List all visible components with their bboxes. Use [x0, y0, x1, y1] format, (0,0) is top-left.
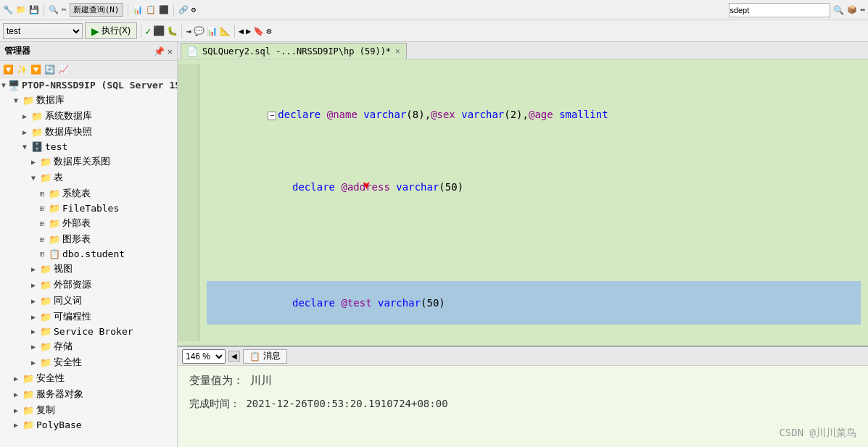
code-line-3	[207, 238, 861, 252]
system-tables-icon: 📁	[49, 188, 60, 199]
debug-icon[interactable]: 🐛	[167, 26, 178, 36]
system-tables-label: 系统表	[62, 187, 91, 200]
sep4	[141, 25, 141, 38]
toolbar-icon-4[interactable]: 🔍	[49, 5, 59, 14]
sidebar-item-programmability[interactable]: ▶ 📁 可编程性	[0, 309, 177, 325]
new-query-btn[interactable]: 新建查询(N)	[70, 3, 123, 17]
align-right-icon[interactable]: ▶	[246, 26, 251, 36]
databases-label: 数据库	[36, 93, 65, 106]
graph-icon[interactable]: 📈	[58, 64, 69, 75]
sidebar-item-tables[interactable]: ▼ 📁 表	[0, 170, 177, 185]
sidebar-item-security[interactable]: ▶ 📁 安全性	[0, 354, 177, 370]
sidebar-item-external-resources[interactable]: ▶ 📁 外部资源	[0, 277, 177, 293]
align-left-icon[interactable]: ◀	[239, 26, 244, 36]
sep2	[128, 4, 128, 17]
filter-icon[interactable]: 🔽	[3, 64, 14, 75]
tab-label: SQLQuery2.sql -...NRSSD9IP\hp (59))*	[202, 46, 391, 57]
sidebar-item-db-snapshot[interactable]: ▶ 📁 数据库快照	[0, 124, 177, 140]
sidebar-item-dbo-student[interactable]: ⊞ 📋 dbo.student	[0, 247, 177, 261]
tab-bar: 📄 SQLQuery2.sql -...NRSSD9IP\hp (59))* ✕	[178, 42, 868, 59]
dbo-student-label: dbo.student	[62, 248, 125, 259]
sidebar: 管理器 📌 ✕ 🔽 ✨ 🔽 🔄 📈 ▼ 🖥️ PTOP-NRSSD9IP (SQ…	[0, 42, 178, 447]
sidebar-item-system-tables[interactable]: ⊞ 📁 系统表	[0, 185, 177, 201]
toolbar-icon-11[interactable]: 📦	[847, 5, 857, 14]
sidebar-item-polybase[interactable]: ▶ 📁 PolyBase	[0, 418, 177, 432]
prog-label: 可编程性	[54, 310, 91, 323]
sidebar-item-synonyms[interactable]: ▶ 📁 同义词	[0, 293, 177, 309]
message-tab[interactable]: 📋 消息	[243, 349, 287, 364]
graph-tables-icon: 📁	[49, 234, 60, 245]
database-select[interactable]: test	[3, 23, 83, 39]
tab-file-icon: 📄	[187, 46, 198, 57]
stop-icon[interactable]: ⬛	[153, 25, 165, 36]
security2-expander: ▶	[12, 375, 20, 383]
sep1	[44, 4, 44, 17]
sidebar-item-graph-tables[interactable]: ⊞ 📁 图形表	[0, 231, 177, 247]
synonyms-icon: 📁	[40, 296, 51, 306]
search-icon[interactable]: 🔍	[833, 5, 844, 15]
code-line-4: declare @test varchar(50)	[207, 281, 861, 325]
editor-area[interactable]: ➤ −declare @name varchar(8),@sex varchar…	[178, 59, 868, 346]
db-snapshot-icon: 📁	[31, 127, 43, 138]
toolbar-icon-3[interactable]: 💾	[29, 5, 39, 14]
filetables-expander: ⊞	[38, 204, 46, 212]
ext-resources-icon: 📁	[40, 280, 51, 291]
polybase-expander: ▶	[12, 421, 20, 429]
funnel-icon[interactable]: 🔽	[30, 64, 41, 75]
toolbar-icon-7[interactable]: 📋	[146, 5, 156, 14]
ext-resources-expander: ▶	[29, 281, 38, 289]
graph-tables-expander: ⊞	[38, 235, 46, 243]
toolbar-icon-12[interactable]: ↔️	[860, 5, 865, 14]
format-icon[interactable]: 📐	[220, 26, 231, 36]
tables-expander: ▼	[29, 174, 38, 182]
prog-icon: 📁	[40, 312, 51, 322]
sidebar-item-databases[interactable]: ▼ 📁 数据库	[0, 92, 177, 108]
settings-icon[interactable]: ⚙️	[266, 26, 271, 36]
comment-icon[interactable]: 💬	[194, 26, 204, 36]
pin-icon[interactable]: 📌	[154, 46, 165, 57]
toolbar-icon-2[interactable]: 📁	[16, 5, 26, 14]
new-icon[interactable]: ✨	[17, 64, 28, 75]
storage-label: 存储	[54, 340, 73, 353]
server-icon: 🖥️	[8, 80, 20, 91]
sidebar-item-system-db[interactable]: ▶ 📁 系统数据库	[0, 108, 177, 124]
sidebar-item-server-objects[interactable]: ▶ 📁 服务器对象	[0, 386, 177, 402]
checkmark-icon[interactable]: ✓	[145, 25, 151, 37]
toolbar-icon-5[interactable]: ✂️	[62, 5, 67, 14]
indent-icon[interactable]: ⇥	[186, 26, 191, 36]
sidebar-item-service-broker[interactable]: ▶ 📁 Service Broker	[0, 325, 177, 338]
sidebar-item-views[interactable]: ▶ 📁 视图	[0, 261, 177, 277]
toolbar-icon-8[interactable]: ⬛	[159, 5, 169, 14]
code-editor[interactable]: −declare @name varchar(8),@sex varchar(2…	[199, 64, 868, 341]
server-item[interactable]: ▼ 🖥️ PTOP-NRSSD9IP (SQL Server 15.0...	[0, 78, 177, 92]
scroll-left-btn[interactable]: ◀	[228, 351, 240, 362]
sidebar-item-external-tables[interactable]: ⊞ 📁 外部表	[0, 215, 177, 231]
zoom-select[interactable]: 146 %	[182, 349, 226, 364]
toolbar-icon-1[interactable]: 🔧	[3, 5, 13, 14]
toolbar-icon-6[interactable]: 📊	[133, 5, 143, 14]
synonyms-label: 同义词	[54, 294, 82, 307]
prog-expander: ▶	[29, 313, 38, 321]
results-icon[interactable]: 📊	[207, 26, 218, 36]
toolbar-icon-10[interactable]: ⚙️	[191, 5, 197, 14]
query-tab[interactable]: 📄 SQLQuery2.sql -...NRSSD9IP\hp (59))* ✕	[181, 43, 407, 59]
sidebar-item-test[interactable]: ▼ 🗄️ test	[0, 140, 177, 154]
copy-icon: 📁	[22, 405, 34, 416]
sidebar-item-db-diagram[interactable]: ▶ 📁 数据库关系图	[0, 154, 177, 170]
close-sidebar-icon[interactable]: ✕	[168, 46, 173, 57]
bookmark-icon[interactable]: 🔖	[253, 26, 264, 36]
storage-expander: ▶	[29, 343, 38, 351]
graph-tables-label: 图形表	[62, 233, 91, 246]
toolbar-icon-9[interactable]: 🔗	[178, 5, 189, 14]
collapse-btn-1[interactable]: −	[268, 112, 276, 120]
sidebar-item-filetables[interactable]: ⊞ 📁 FileTables	[0, 201, 177, 215]
sidebar-item-storage[interactable]: ▶ 📁 存储	[0, 338, 177, 354]
server-search-input[interactable]	[729, 3, 830, 17]
execute-button[interactable]: ▶ 执行(X)	[85, 22, 137, 39]
code-line-2: declare @address varchar(50)	[207, 165, 861, 209]
second-toolbar: test ▶ 执行(X) ✓ ⬛ 🐛 ⇥ 💬 📊 📐 ◀ ▶ 🔖 ⚙️	[0, 20, 868, 42]
sidebar-item-copy[interactable]: ▶ 📁 复制	[0, 402, 177, 418]
refresh-icon[interactable]: 🔄	[44, 64, 55, 75]
tab-close-icon[interactable]: ✕	[395, 46, 400, 56]
sidebar-item-security2[interactable]: ▶ 📁 安全性	[0, 370, 177, 386]
